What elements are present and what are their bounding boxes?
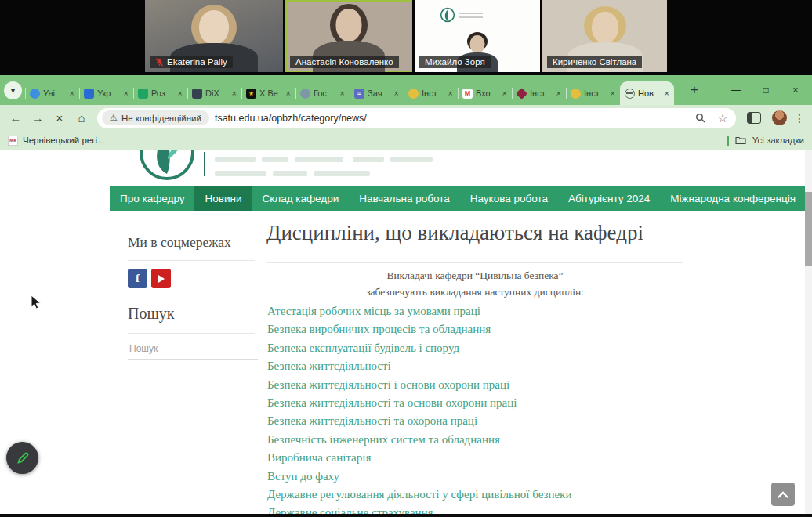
discipline-link[interactable]: Державне регулювання діяльності у сфері … (267, 486, 571, 504)
discipline-link[interactable]: Атестація робочих місць за умовами праці (267, 302, 571, 320)
new-tab-button[interactable]: + (685, 81, 704, 99)
scrollbar-thumb[interactable] (805, 192, 812, 266)
participant-video-tile[interactable]: Ekaterina Paliy (145, 0, 283, 72)
search-heading: Пошук (128, 305, 175, 323)
side-panel-button[interactable] (747, 112, 761, 124)
discipline-link[interactable]: Безпека експлуатації будівель і споруд (267, 339, 571, 357)
site-nav-label: Новини (205, 193, 241, 204)
discipline-link[interactable]: Безпека виробничих процесів та обладнанн… (267, 320, 571, 338)
site-nav-item[interactable]: Новини (194, 186, 252, 211)
browser-tab[interactable]: Вхо × (458, 81, 512, 105)
discipline-link[interactable]: Вступ до фаху (267, 468, 571, 486)
minimize-button[interactable]: — (721, 75, 751, 105)
home-button[interactable]: ⌂ (71, 111, 92, 125)
address-bar[interactable]: ⚠ Не конфіденційний tsatu.edu.ua/opbzh/c… (97, 108, 736, 128)
site-nav-item[interactable]: Міжнародна конференція (660, 186, 806, 211)
url-text[interactable]: tsatu.edu.ua/opbzh/category/news/ (215, 113, 686, 124)
youtube-button[interactable] (151, 269, 171, 288)
site-nav-label: Міжнародна конференція (670, 193, 796, 204)
bookmark-star-icon[interactable]: ☆ (714, 112, 731, 125)
browser-tab[interactable]: Інст × (566, 81, 620, 105)
bookmark-label: Чернівецький регі... (23, 136, 105, 145)
participant-silhouette (336, 9, 362, 42)
leaf-logo-icon (440, 7, 455, 23)
discipline-link[interactable]: Безпека життєдіяльності і основи охорони… (267, 376, 571, 394)
site-nav-item[interactable]: Навчальна робота (349, 186, 460, 211)
browser-menu-button[interactable]: ⋮ (792, 112, 807, 125)
stop-button[interactable]: × (49, 111, 71, 125)
security-chip[interactable]: ⚠ Не конфіденційний (102, 110, 209, 125)
tab-search-button[interactable]: ▾ (4, 81, 22, 99)
tab-close-icon[interactable]: × (286, 89, 291, 98)
participant-name-label: Ekaterina Paliy (150, 56, 233, 68)
site-nav-label: Абітурієнту 2024 (568, 193, 650, 204)
participant-video-tile[interactable]: Анастасія Коноваленко (285, 0, 412, 72)
site-nav-item[interactable]: Склад кафедри (252, 186, 349, 211)
facebook-button[interactable] (128, 269, 147, 288)
tab-close-icon[interactable]: × (556, 89, 561, 98)
participant-name: Кириченко Світлана (553, 57, 636, 67)
site-nav-item[interactable]: Наукова робота (460, 186, 558, 211)
tab-favicon-icon (354, 89, 364, 99)
bookmark-item[interactable]: МК Чернівецький регі... (8, 136, 105, 146)
participant-video-tile[interactable]: Кириченко Світлана (542, 0, 667, 72)
discipline-link[interactable]: Державне соціальне страхування (267, 504, 571, 514)
tab-title: Уні (43, 89, 67, 98)
browser-tab[interactable]: Х Ве × (241, 81, 295, 105)
tab-favicon-icon (138, 89, 148, 99)
page-title: Дисципліни, що викладаються на кафедрі (266, 221, 683, 245)
participant-name-label: Анастасія Коноваленко (290, 56, 399, 68)
participant-silhouette (470, 35, 485, 53)
browser-tab[interactable]: Інст × (404, 81, 458, 105)
tab-title: Вхо (476, 89, 499, 98)
discipline-link[interactable]: Безпека життєдіяльності та основи охорон… (267, 394, 571, 412)
tab-close-icon[interactable]: × (448, 89, 453, 98)
window-close-button[interactable]: × (781, 75, 810, 105)
tab-close-icon[interactable]: × (665, 89, 669, 98)
participant-video-tile[interactable]: Михайло Зоря (415, 0, 540, 72)
all-bookmarks-button[interactable]: Усі закладки (727, 136, 804, 146)
discipline-link[interactable]: Безпечність інженерних систем та обладна… (267, 431, 571, 449)
browser-tab[interactable]: Роз × (133, 81, 187, 105)
tab-title: Зая (368, 89, 391, 98)
department-logo (440, 7, 483, 23)
tab-close-icon[interactable]: × (502, 89, 507, 98)
discipline-link[interactable]: Безпека життєдіяльності та охорона праці (267, 412, 571, 430)
tab-close-icon[interactable]: × (611, 89, 615, 98)
mic-muted-icon (155, 58, 164, 67)
browser-tab[interactable]: DiX × (187, 81, 241, 105)
site-nav-item[interactable]: Абітурієнту 2024 (558, 186, 660, 211)
browser-tab[interactable]: Укр × (79, 81, 133, 105)
screen: Ekaterina Paliy (0, 0, 812, 517)
site-nav-item[interactable]: Про кафедру (110, 186, 194, 211)
forward-button[interactable]: → (27, 111, 49, 125)
discipline-link[interactable]: Безпека життєдіяльності (267, 357, 571, 375)
profile-avatar[interactable] (772, 110, 787, 125)
site-search-input[interactable] (128, 338, 258, 360)
tab-title: Гос (314, 89, 337, 98)
search-in-page-icon[interactable] (691, 113, 709, 123)
tab-close-icon[interactable]: × (178, 89, 183, 98)
tab-close-icon[interactable]: × (124, 89, 129, 98)
tab-close-icon[interactable]: × (70, 89, 74, 98)
browser-tab[interactable]: Гос × (295, 81, 350, 105)
tab-favicon-icon (571, 89, 581, 99)
all-bookmarks-label: Усі закладки (752, 136, 804, 145)
annotate-button[interactable] (6, 442, 38, 474)
browser-tab[interactable]: Інст × (512, 81, 566, 105)
participant-silhouette (199, 10, 229, 45)
tab-close-icon[interactable]: × (394, 89, 399, 98)
mouse-cursor (31, 295, 42, 310)
discipline-link[interactable]: Виробнича санітарія (267, 449, 571, 467)
site-logo[interactable] (138, 150, 196, 182)
browser-tab[interactable]: Зая × (350, 81, 404, 105)
tab-close-icon[interactable]: × (340, 89, 345, 98)
back-button[interactable]: ← (5, 111, 27, 125)
tab-close-icon[interactable]: × (232, 89, 237, 98)
tab-title: Інст (422, 89, 445, 98)
browser-tab[interactable]: Нов × (620, 81, 674, 105)
browser-tab[interactable]: Уні × (25, 81, 79, 105)
scroll-to-top-button[interactable] (771, 483, 795, 506)
maximize-button[interactable]: □ (751, 75, 781, 105)
security-chip-label: Не конфіденційний (121, 114, 201, 123)
